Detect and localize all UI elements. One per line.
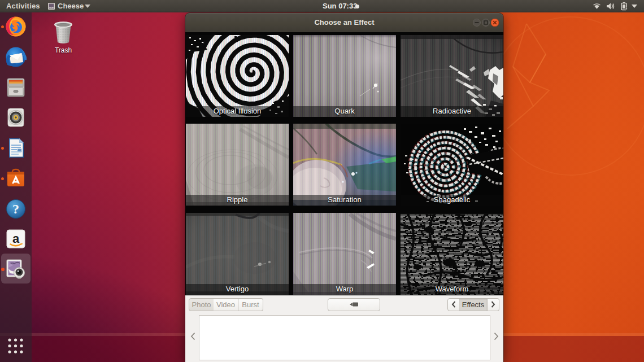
svg-text:a: a (12, 232, 20, 246)
svg-text:?: ? (12, 202, 19, 216)
